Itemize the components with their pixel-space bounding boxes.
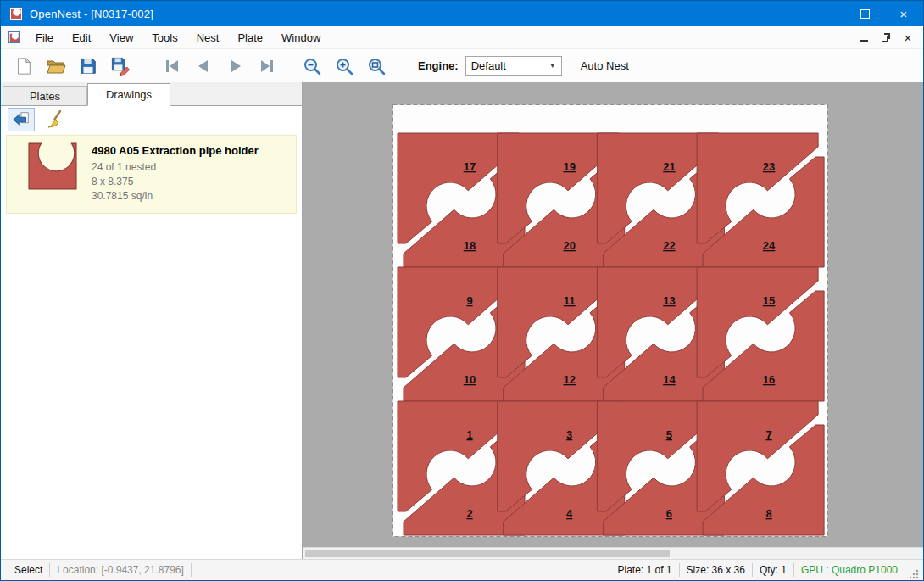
menubar: FileEditViewToolsNestPlateWindow × xyxy=(1,26,923,49)
nav-first-icon xyxy=(161,56,181,76)
main-area: Plates Drawings xyxy=(1,82,923,559)
menu-view[interactable]: View xyxy=(100,26,142,48)
part-label-3: 3 xyxy=(566,428,572,441)
close-button[interactable]: × xyxy=(884,1,923,26)
new-document-icon xyxy=(14,56,33,76)
last-plate-button[interactable] xyxy=(252,53,284,79)
menu-edit[interactable]: Edit xyxy=(63,26,100,48)
mdi-minimize-button[interactable] xyxy=(857,31,871,44)
zoom-in-button[interactable] xyxy=(328,53,360,79)
status-mode: Select xyxy=(8,564,49,576)
broom-icon xyxy=(45,109,65,130)
part-label-2: 2 xyxy=(466,507,472,520)
mdi-window-controls: × xyxy=(857,31,923,44)
plate-svg: 171819202122232491011121314151612345678 xyxy=(392,104,828,537)
auto-nest-button[interactable]: Auto Nest xyxy=(581,59,629,72)
drawing-list-item[interactable]: 4980 A05 Extraction pipe holder 24 of 1 … xyxy=(6,135,297,214)
first-plate-button[interactable] xyxy=(155,53,187,79)
send-to-nest-icon xyxy=(11,110,31,129)
mdi-restore-button[interactable] xyxy=(879,31,893,44)
status-qty: Qty: 1 xyxy=(753,564,793,576)
maximize-icon xyxy=(860,9,870,19)
status-plate: Plate: 1 of 1 xyxy=(610,564,678,576)
save-button[interactable] xyxy=(72,53,104,79)
close-icon: × xyxy=(900,8,908,20)
tab-plates[interactable]: Plates xyxy=(3,86,87,105)
tabstrip: Plates Drawings xyxy=(1,82,302,106)
resize-grip-icon xyxy=(908,568,920,580)
statusbar: Select Location: [-0.9437, 21.8796] Plat… xyxy=(1,559,923,580)
resize-grip[interactable] xyxy=(908,568,920,580)
chevron-down-icon: ▼ xyxy=(549,62,556,70)
part-label-22: 22 xyxy=(663,239,675,252)
part-label-16: 16 xyxy=(763,373,775,386)
drawing-nested-count: 24 of 1 nested xyxy=(92,161,289,173)
menu-plate[interactable]: Plate xyxy=(228,26,272,48)
maximize-button[interactable] xyxy=(845,1,884,26)
part-label-19: 19 xyxy=(563,160,575,173)
part-label-15: 15 xyxy=(763,294,775,307)
menu-file[interactable]: File xyxy=(26,26,63,48)
new-document-button[interactable] xyxy=(8,53,40,79)
part-label-24: 24 xyxy=(763,239,776,252)
file-button-group xyxy=(8,53,136,79)
horizontal-scrollbar[interactable] xyxy=(303,547,923,559)
minimize-icon xyxy=(821,14,830,14)
open-folder-icon xyxy=(46,56,66,76)
drawing-area: 30.7815 sq/in xyxy=(92,190,289,202)
part-label-10: 10 xyxy=(464,373,476,386)
titlebar: OpenNest - [N0317-002] × xyxy=(1,1,923,26)
mdi-child-icon[interactable] xyxy=(8,31,21,44)
part-label-9: 9 xyxy=(466,294,472,307)
zoom-fit-button[interactable] xyxy=(360,53,392,79)
app-icon xyxy=(9,7,23,20)
part-label-13: 13 xyxy=(663,294,675,307)
engine-label: Engine: xyxy=(418,59,459,72)
save-icon xyxy=(79,56,97,76)
nav-prev-icon xyxy=(193,56,214,76)
engine-selected-value: Default xyxy=(471,59,506,72)
zoom-fit-icon xyxy=(366,56,387,76)
send-to-nest-button[interactable] xyxy=(8,108,35,131)
zoom-out-button[interactable] xyxy=(296,53,328,79)
nest-canvas[interactable]: 171819202122232491011121314151612345678 xyxy=(303,82,923,559)
mdi-restore-icon xyxy=(882,33,890,42)
engine-select[interactable]: Default ▼ xyxy=(465,56,562,76)
part-label-21: 21 xyxy=(663,160,675,173)
menu-nest[interactable]: Nest xyxy=(187,26,229,48)
main-toolbar: Engine: Default ▼ Auto Nest xyxy=(1,49,923,82)
nav-next-icon xyxy=(225,56,246,76)
part-label-18: 18 xyxy=(464,239,476,252)
drawings-panel: 4980 A05 Extraction pipe holder 24 of 1 … xyxy=(1,106,302,559)
minimize-button[interactable] xyxy=(806,1,845,26)
status-size: Size: 36 x 36 xyxy=(680,564,752,576)
menu-items: FileEditViewToolsNestPlateWindow xyxy=(26,26,330,48)
part-label-4: 4 xyxy=(566,507,573,520)
menu-tools[interactable]: Tools xyxy=(142,26,186,48)
part-label-17: 17 xyxy=(464,160,476,173)
part-label-11: 11 xyxy=(564,294,576,307)
scrollbar-thumb[interactable] xyxy=(305,550,670,557)
zoom-button-group xyxy=(296,53,392,79)
zoom-out-icon xyxy=(302,56,322,76)
part-label-8: 8 xyxy=(765,507,771,520)
part-thumbnail-image xyxy=(28,142,77,190)
mdi-close-button[interactable]: × xyxy=(901,31,915,44)
clear-drawings-button[interactable] xyxy=(42,108,69,131)
part-label-12: 12 xyxy=(563,373,575,386)
next-plate-button[interactable] xyxy=(220,53,252,79)
part-label-5: 5 xyxy=(666,428,672,441)
status-location: Location: [-0.9437, 21.8796] xyxy=(50,564,190,576)
menu-window[interactable]: Window xyxy=(272,26,330,48)
save-edit-button[interactable] xyxy=(104,53,136,79)
open-button[interactable] xyxy=(40,53,72,79)
app-icon-image xyxy=(9,7,23,20)
tab-drawings[interactable]: Drawings xyxy=(87,83,170,106)
drawing-meta: 4980 A05 Extraction pipe holder 24 of 1 … xyxy=(92,142,289,204)
previous-plate-button[interactable] xyxy=(187,53,220,79)
status-gpu: GPU : Quadro P1000 xyxy=(794,564,905,576)
part-thumbnail xyxy=(14,142,92,190)
zoom-in-icon xyxy=(334,56,354,76)
drawing-size: 8 x 8.375 xyxy=(92,176,289,187)
window-title: OpenNest - [N0317-002] xyxy=(30,8,153,20)
